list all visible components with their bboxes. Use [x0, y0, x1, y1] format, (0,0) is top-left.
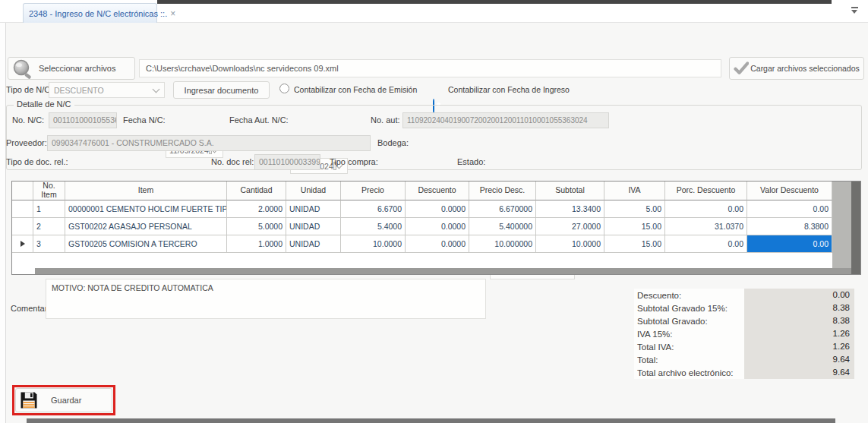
grid-cell[interactable]: 8.3800: [747, 218, 832, 235]
totals-row: Subtotal Gravado 15%:8.38: [634, 301, 854, 314]
totals-panel: Descuento:0.00Subtotal Gravado 15%:8.38S…: [634, 289, 854, 379]
select-files-button[interactable]: Seleccionar archivos: [8, 57, 135, 80]
proveedor-label: Proveedor:: [6, 138, 47, 147]
fecha-nc-label: Fecha N/C:: [123, 115, 166, 125]
grid-header-cell[interactable]: No. Item: [33, 182, 65, 200]
grid-horizontal-scrollbar[interactable]: [35, 268, 851, 274]
load-files-button[interactable]: Cargar archivos seleccionados: [729, 57, 864, 80]
fecha-aut-label: Fecha Aut. N/C:: [229, 115, 289, 125]
grid-cell[interactable]: 3: [33, 235, 65, 253]
grid-cell[interactable]: 5.00: [604, 200, 665, 218]
bodega-label: Bodega:: [377, 138, 409, 147]
totals-row: Total archivo electrónico:9.64: [634, 366, 854, 379]
grid-cell[interactable]: 5.0000: [227, 218, 286, 235]
tab-list-button[interactable]: [851, 7, 860, 14]
grid-header-cell[interactable]: [12, 182, 33, 200]
grid-cell[interactable]: 13.3400: [536, 200, 604, 218]
totals-value: 9.64: [744, 353, 854, 366]
grid-cell[interactable]: GST00205 COMISION A TERCERO: [65, 235, 227, 253]
tipo-nc-label: Tipo de N/C:: [6, 85, 52, 94]
totals-label: Subtotal Gravado 15%:: [634, 304, 744, 313]
grid-row-indicator[interactable]: [12, 200, 33, 218]
left-window-edge: [0, 23, 6, 423]
totals-value: 1.26: [744, 327, 854, 340]
radio-fecha-emision-label[interactable]: Contabilizar con Fecha de Emisión: [294, 85, 417, 94]
grid-cell[interactable]: UNIDAD: [286, 235, 341, 253]
no-aut-field[interactable]: 1109202404019007200200120011010001055363…: [402, 112, 609, 128]
grid-cell[interactable]: 0.0000: [406, 200, 469, 218]
select-files-label: Seleccionar archivos: [39, 64, 116, 73]
grid-header-cell[interactable]: Porc. Descuento: [665, 182, 747, 200]
grid-cell[interactable]: 0.00: [747, 235, 832, 253]
grid-cell[interactable]: 0.00: [665, 200, 747, 218]
totals-row: Total:9.64: [634, 353, 854, 366]
grid-row: 2GST00202 AGASAJO PERSONAL5.0000UNIDAD5.…: [12, 218, 860, 235]
app-window: 2348 - Ingreso de N/C electrónicas ::. ×…: [0, 0, 868, 423]
grid-row-indicator[interactable]: [12, 235, 33, 253]
grid-header-cell[interactable]: Precio: [341, 182, 406, 200]
grid-cell[interactable]: 15.00: [604, 218, 665, 235]
grid-cell[interactable]: 2: [33, 218, 65, 235]
grid-cell[interactable]: 10.000000: [469, 235, 536, 253]
proveedor-field[interactable]: 0990347476001 - CONSTRUMERCADO S.A.: [47, 135, 371, 151]
grid-cell[interactable]: 0.0000: [406, 218, 469, 235]
grid-cell[interactable]: GST00202 AGASAJO PERSONAL: [65, 218, 227, 235]
grid-row-indicator[interactable]: [12, 218, 33, 235]
grid-cell[interactable]: 27.0000: [536, 218, 604, 235]
totals-label: Total archivo electrónico:: [634, 368, 744, 377]
grid-cell[interactable]: UNIDAD: [286, 200, 341, 218]
grid-cell[interactable]: 0.00: [747, 200, 832, 218]
radio-fecha-emision[interactable]: [279, 84, 289, 93]
grid-vertical-scrollbar[interactable]: [851, 182, 860, 274]
search-icon: [11, 58, 36, 80]
grid-cell[interactable]: 0.0000: [406, 235, 469, 253]
totals-label: IVA 15%:: [634, 330, 744, 339]
grid-cell[interactable]: UNIDAD: [286, 218, 341, 235]
grid-header-cell[interactable]: Unidad: [286, 182, 341, 200]
grid-header-cell[interactable]: Precio Desc.: [469, 182, 536, 200]
load-files-label: Cargar archivos seleccionados: [750, 64, 860, 73]
grid-header-cell[interactable]: Item: [65, 182, 227, 200]
grid-header-cell[interactable]: IVA: [604, 182, 665, 200]
grid-cell[interactable]: 6.670000: [469, 200, 536, 218]
grid-cell[interactable]: 1: [33, 200, 65, 218]
grid-cell[interactable]: 10.0000: [341, 235, 406, 253]
grid-cell[interactable]: 5.400000: [469, 218, 536, 235]
ingresar-documento-label: Ingresar documento: [185, 86, 259, 95]
grid-cell[interactable]: 5.4000: [341, 218, 406, 235]
totals-label: Total:: [634, 355, 744, 365]
grid-cell[interactable]: 1.0000: [227, 235, 286, 253]
grid-cell[interactable]: 31.0370: [665, 218, 747, 235]
grid-cell[interactable]: 6.6700: [341, 200, 406, 218]
grid-header-cell[interactable]: Descuento: [406, 182, 469, 200]
grid-cell[interactable]: 10.0000: [536, 235, 604, 253]
no-doc-rel-field[interactable]: 0011010000339989: [254, 154, 320, 170]
guardar-label: Guardar: [51, 396, 81, 405]
comentario-textarea[interactable]: MOTIVO: NOTA DE CREDITO AUTOMATICA: [46, 279, 486, 319]
tipo-compra-label: Tipo compra:: [330, 157, 378, 166]
file-path-input[interactable]: C:\Users\crchave\Downloads\nc servidecon…: [139, 59, 721, 77]
grid-filler: [832, 182, 851, 274]
no-nc-field[interactable]: 001101000105536: [49, 112, 117, 128]
grid-header-cell[interactable]: Subtotal: [536, 182, 604, 200]
tipo-nc-select[interactable]: DESCUENTO: [49, 82, 165, 98]
totals-label: Descuento:: [634, 291, 744, 300]
tab-list-bar: [851, 7, 858, 8]
tab-close-icon[interactable]: ×: [170, 8, 175, 19]
totals-label: Total IVA:: [634, 343, 744, 352]
guardar-button[interactable]: Guardar: [15, 388, 112, 412]
chevron-down-icon: [851, 10, 857, 14]
bottom-edge-strip: [27, 418, 835, 423]
grid-cell[interactable]: 15.00: [604, 235, 665, 253]
grid-cell[interactable]: 00000001 CEMENTO HOLCIM FUERTE TIPO GU: [65, 200, 227, 218]
grid-header-cell[interactable]: Cantidad: [227, 182, 286, 200]
ingresar-documento-button[interactable]: Ingresar documento: [173, 81, 270, 99]
grid-header-cell[interactable]: Valor Descuento: [747, 182, 832, 200]
radio-fecha-ingreso-label[interactable]: Contabilizar con Fecha de Ingreso: [448, 85, 570, 94]
row-indicator-arrow: [21, 241, 25, 247]
checkmark-icon: [734, 62, 749, 75]
grid-row: 3GST00205 COMISION A TERCERO1.0000UNIDAD…: [12, 235, 860, 253]
tab-ingreso-nc[interactable]: 2348 - Ingreso de N/C electrónicas ::. ×: [23, 3, 157, 23]
grid-cell[interactable]: 0.00: [665, 235, 747, 253]
grid-cell[interactable]: 2.0000: [227, 200, 286, 218]
